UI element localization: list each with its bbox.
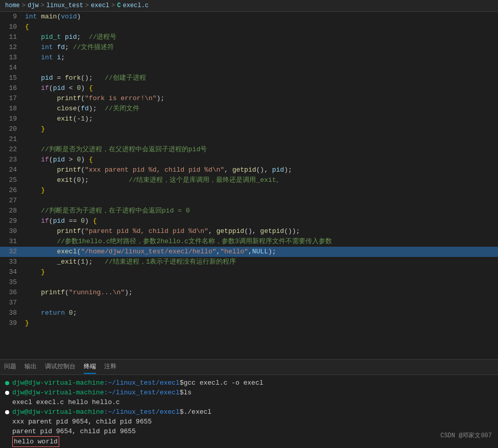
code-line-27: 27 <box>0 196 498 206</box>
line-content: //判断是否为父进程，在父进程中会返回子进程的pid号 <box>23 145 498 155</box>
cmd-3: ./execl <box>183 407 211 417</box>
prompt-dollar-1: $ <box>180 378 184 388</box>
code-line-33: 33 _exit(1); //结束进程，1表示子进程没有运行新的程序 <box>0 257 498 267</box>
terminal-output-xxx: xxx parent pid 9654, child pid 9655 <box>5 417 493 427</box>
code-line-38: 38 return 0; <box>0 308 498 318</box>
line-content: exit(0); //结束进程，这个是库调用，最终还是调用_exit。 <box>23 175 498 185</box>
code-line-12: 12 int fd; //文件描述符 <box>0 42 498 53</box>
sep1: > <box>22 2 26 9</box>
tab-comments[interactable]: 注释 <box>104 360 116 374</box>
breadcrumb-c-icon: C <box>117 2 121 9</box>
line-content: //参数1hello.c绝对路径，参数2hello.c文件名称，参数3调用新程序… <box>23 237 498 247</box>
cmd-1: gcc execl.c -o execl <box>183 378 263 388</box>
code-line-23: 23 if(pid > 0) { <box>0 155 498 165</box>
line-content: if(pid < 0) { <box>23 83 498 93</box>
prompt-dollar-3: $ <box>180 407 184 417</box>
code-line-28: 28 //判断是否为子进程，在子进程中会返回pid = 0 <box>0 206 498 216</box>
terminal-body: djw@djw-virtual-machine:~/linux_test/exe… <box>0 375 498 448</box>
line-content: int fd; //文件描述符 <box>23 42 498 53</box>
line-content <box>23 196 498 206</box>
code-line-26: 26 } <box>0 185 498 196</box>
line-content <box>23 63 498 73</box>
code-line-16: 16 if(pid < 0) { <box>0 83 498 93</box>
line-number: 30 <box>0 226 23 237</box>
code-line-17: 17 printf("fork is error!\n"); <box>0 93 498 104</box>
line-content: } <box>23 318 498 328</box>
line-content: _exit(1); //结束进程，1表示子进程没有运行新的程序 <box>23 257 498 267</box>
line-number: 27 <box>0 196 23 206</box>
terminal-line-1: djw@djw-virtual-machine:~/linux_test/exe… <box>5 378 493 388</box>
line-content: //判断是否为子进程，在子进程中会返回pid = 0 <box>23 206 498 216</box>
tab-problems[interactable]: 问题 <box>4 360 16 374</box>
line-number: 20 <box>0 124 23 134</box>
line-number: 19 <box>0 114 23 124</box>
code-line-18: 18 close(fd); //关闭文件 <box>0 104 498 114</box>
line-number: 25 <box>0 175 23 185</box>
line-number: 39 <box>0 318 23 328</box>
terminal-panel: 问题 输出 调试控制台 终端 注释 djw@djw-virtual-machin… <box>0 359 498 448</box>
code-line-37: 37 <box>0 298 498 308</box>
terminal-output-ls: execl execl.c hello hello.c <box>5 397 493 407</box>
line-number: 14 <box>0 63 23 73</box>
breadcrumb: home > djw > linux_test > execl > C exec… <box>0 0 498 12</box>
code-line-14: 14 <box>0 63 498 73</box>
tab-output[interactable]: 输出 <box>25 360 37 374</box>
line-number: 23 <box>0 155 23 165</box>
terminal-tabs: 问题 输出 调试控制台 终端 注释 <box>0 360 498 375</box>
prompt-dollar-2: $ <box>180 388 184 397</box>
code-line-9: 9int main(void) <box>0 12 498 22</box>
watermark: CSDN @邓家文007 <box>440 431 492 440</box>
line-content: int i; <box>23 53 498 63</box>
line-content: if(pid == 0) { <box>23 216 498 226</box>
line-content: if(pid > 0) { <box>23 155 498 165</box>
line-content: pid_t pid; //进程号 <box>23 32 498 42</box>
code-line-30: 30 printf("parent pid %d, child pid %d\n… <box>0 226 498 237</box>
line-content: execl("/home/djw/linux_test/execl/hello"… <box>23 247 498 257</box>
line-number: 37 <box>0 298 23 308</box>
code-line-39: 39} <box>0 318 498 328</box>
line-content: close(fd); //关闭文件 <box>23 104 498 114</box>
line-number: 34 <box>0 267 23 277</box>
code-line-25: 25 exit(0); //结束进程，这个是库调用，最终还是调用_exit。 <box>0 175 498 185</box>
line-content: } <box>23 185 498 196</box>
code-line-13: 13 int i; <box>0 53 498 63</box>
sep4: > <box>111 2 115 9</box>
tab-terminal[interactable]: 终端 <box>84 360 96 374</box>
tab-debug-console[interactable]: 调试控制台 <box>45 360 76 374</box>
line-number: 36 <box>0 288 23 298</box>
line-content: { <box>23 22 498 32</box>
code-line-11: 11 pid_t pid; //进程号 <box>0 32 498 42</box>
code-line-21: 21 <box>0 134 498 145</box>
cmd-2: ls <box>183 388 192 397</box>
line-number: 9 <box>0 12 23 22</box>
line-number: 33 <box>0 257 23 267</box>
dot-3 <box>5 410 9 414</box>
code-line-22: 22 //判断是否为父进程，在父进程中会返回子进程的pid号 <box>0 145 498 155</box>
breadcrumb-execl[interactable]: execl <box>91 2 109 9</box>
line-number: 29 <box>0 216 23 226</box>
line-number: 26 <box>0 185 23 196</box>
code-line-10: 10{ <box>0 22 498 32</box>
line-content: printf("parent pid %d, child pid %d\n", … <box>23 226 498 237</box>
prompt-path-1: :~/linux_test/execl <box>104 378 179 388</box>
line-content <box>23 277 498 288</box>
terminal-line-3: djw@djw-virtual-machine:~/linux_test/exe… <box>5 407 493 417</box>
code-line-35: 35 <box>0 277 498 288</box>
line-content: return 0; <box>23 308 498 318</box>
line-content <box>23 298 498 308</box>
terminal-output-parent: parent pid 9654, child pid 9655 <box>5 427 493 436</box>
prompt-path-2: :~/linux_test/execl <box>104 388 179 397</box>
prompt-user-3: djw@djw-virtual-machine <box>12 407 104 417</box>
line-number: 28 <box>0 206 23 216</box>
code-line-15: 15 pid = fork(); //创建子进程 <box>0 73 498 83</box>
line-number: 13 <box>0 53 23 63</box>
breadcrumb-djw[interactable]: djw <box>28 2 39 9</box>
hello-world-text: hello world <box>12 436 59 447</box>
line-number: 21 <box>0 134 23 145</box>
breadcrumb-file[interactable]: execl.c <box>123 2 148 9</box>
code-line-19: 19 exit(-1); <box>0 114 498 124</box>
breadcrumb-home[interactable]: home <box>5 2 20 9</box>
code-line-36: 36 printf("running...\n"); <box>0 288 498 298</box>
line-content: printf("running...\n"); <box>23 288 498 298</box>
breadcrumb-linux-test[interactable]: linux_test <box>46 2 83 9</box>
